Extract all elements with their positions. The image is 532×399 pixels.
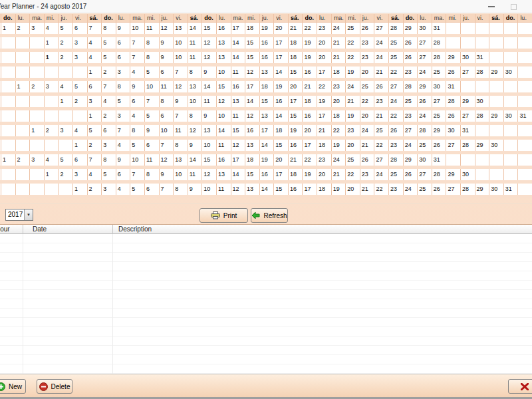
day-cell[interactable]: [446, 154, 461, 166]
day-cell[interactable]: 31: [432, 154, 447, 166]
day-cell[interactable]: 9: [160, 52, 174, 63]
day-cell[interactable]: 16: [260, 52, 275, 63]
day-cell[interactable]: 27: [374, 23, 389, 34]
day-cell[interactable]: 31: [504, 184, 519, 195]
day-cell[interactable]: 2: [59, 37, 73, 49]
day-cell[interactable]: 2: [102, 110, 116, 122]
day-cell[interactable]: [73, 66, 88, 78]
day-cell[interactable]: 30: [418, 23, 432, 34]
day-cell[interactable]: [30, 96, 45, 107]
day-cell[interactable]: 24: [374, 52, 389, 63]
day-cell[interactable]: [504, 140, 519, 151]
day-cell[interactable]: 29: [489, 110, 504, 122]
day-cell[interactable]: 2: [88, 184, 102, 195]
day-cell[interactable]: 13: [260, 110, 275, 122]
day-cell[interactable]: [59, 110, 73, 122]
day-cell[interactable]: [16, 125, 31, 136]
day-cell[interactable]: 28: [461, 184, 475, 195]
day-cell[interactable]: 7: [130, 52, 145, 63]
day-cell[interactable]: 10: [202, 184, 217, 195]
day-cell[interactable]: 26: [404, 169, 418, 180]
day-cell[interactable]: 3: [102, 140, 116, 151]
day-cell[interactable]: [45, 110, 59, 122]
day-cell[interactable]: [446, 37, 461, 49]
day-cell[interactable]: [16, 66, 31, 78]
day-cell[interactable]: 12: [217, 96, 231, 107]
day-cell[interactable]: 25: [418, 184, 432, 195]
day-cell[interactable]: 22: [389, 66, 404, 78]
day-cell[interactable]: 11: [188, 169, 203, 180]
day-cell[interactable]: 8: [188, 110, 203, 122]
day-cell[interactable]: 19: [303, 169, 317, 180]
day-cell[interactable]: 12: [160, 23, 174, 34]
day-cell[interactable]: [30, 110, 45, 122]
day-cell[interactable]: [45, 66, 59, 78]
day-cell[interactable]: 9: [116, 154, 131, 166]
day-cell[interactable]: 26: [389, 125, 404, 136]
day-cell[interactable]: 1: [1, 154, 16, 166]
day-cell[interactable]: 9: [174, 96, 188, 107]
day-cell[interactable]: 20: [317, 52, 332, 63]
day-cell[interactable]: 15: [217, 81, 231, 92]
day-cell[interactable]: [504, 37, 519, 49]
day-cell[interactable]: 1: [88, 110, 102, 122]
day-cell[interactable]: 24: [360, 125, 375, 136]
day-cell[interactable]: 8: [174, 184, 188, 195]
day-cell[interactable]: 17: [231, 154, 246, 166]
day-cell[interactable]: 21: [332, 169, 346, 180]
day-cell[interactable]: 5: [145, 110, 160, 122]
day-cell[interactable]: 6: [130, 96, 145, 107]
day-cell[interactable]: 26: [404, 37, 418, 49]
day-cell[interactable]: 28: [475, 110, 490, 122]
maximize-button[interactable]: [505, 0, 521, 13]
day-cell[interactable]: 25: [404, 96, 418, 107]
day-cell[interactable]: [518, 125, 532, 136]
day-cell[interactable]: 14: [231, 52, 246, 63]
day-cell[interactable]: 5: [130, 140, 145, 151]
day-cell[interactable]: 24: [404, 184, 418, 195]
day-cell[interactable]: [1, 52, 16, 63]
day-cell[interactable]: [59, 66, 73, 78]
day-cell[interactable]: 4: [59, 81, 73, 92]
day-cell[interactable]: 27: [389, 81, 404, 92]
day-cell[interactable]: [1, 96, 16, 107]
day-cell[interactable]: [489, 23, 504, 34]
day-cell[interactable]: 17: [317, 66, 332, 78]
day-cell[interactable]: 31: [432, 23, 447, 34]
day-cell[interactable]: [1, 140, 16, 151]
day-cell[interactable]: 6: [73, 23, 88, 34]
day-cell[interactable]: 11: [160, 81, 174, 92]
day-cell[interactable]: 12: [174, 81, 188, 92]
day-cell[interactable]: [16, 110, 31, 122]
day-cell[interactable]: 16: [303, 110, 317, 122]
day-cell[interactable]: 16: [289, 184, 303, 195]
day-cell[interactable]: 31: [446, 81, 461, 92]
day-cell[interactable]: 26: [374, 81, 389, 92]
day-cell[interactable]: 22: [332, 125, 346, 136]
day-cell[interactable]: 4: [45, 23, 59, 34]
day-cell[interactable]: 29: [489, 66, 504, 78]
day-cell[interactable]: 23: [332, 81, 346, 92]
day-cell[interactable]: 20: [274, 23, 289, 34]
day-cell[interactable]: [518, 66, 532, 78]
day-cell[interactable]: 12: [231, 184, 246, 195]
day-cell[interactable]: 19: [274, 81, 289, 92]
day-cell[interactable]: [59, 140, 73, 151]
day-cell[interactable]: 26: [418, 96, 432, 107]
day-cell[interactable]: 19: [303, 52, 317, 63]
day-cell[interactable]: [73, 110, 88, 122]
day-cell[interactable]: 7: [130, 37, 145, 49]
day-cell[interactable]: 14: [231, 169, 246, 180]
column-header-date[interactable]: Date: [23, 225, 113, 234]
day-cell[interactable]: 29: [446, 169, 461, 180]
day-cell[interactable]: 15: [289, 110, 303, 122]
day-cell[interactable]: 9: [188, 140, 203, 151]
day-cell[interactable]: 26: [432, 140, 447, 151]
day-cell[interactable]: 8: [102, 23, 116, 34]
day-cell[interactable]: 2: [16, 154, 31, 166]
year-select[interactable]: 2017 ▼: [5, 209, 33, 221]
day-cell[interactable]: 13: [174, 23, 188, 34]
day-cell[interactable]: 1: [73, 140, 88, 151]
day-cell[interactable]: [489, 96, 504, 107]
day-cell[interactable]: [504, 52, 519, 63]
